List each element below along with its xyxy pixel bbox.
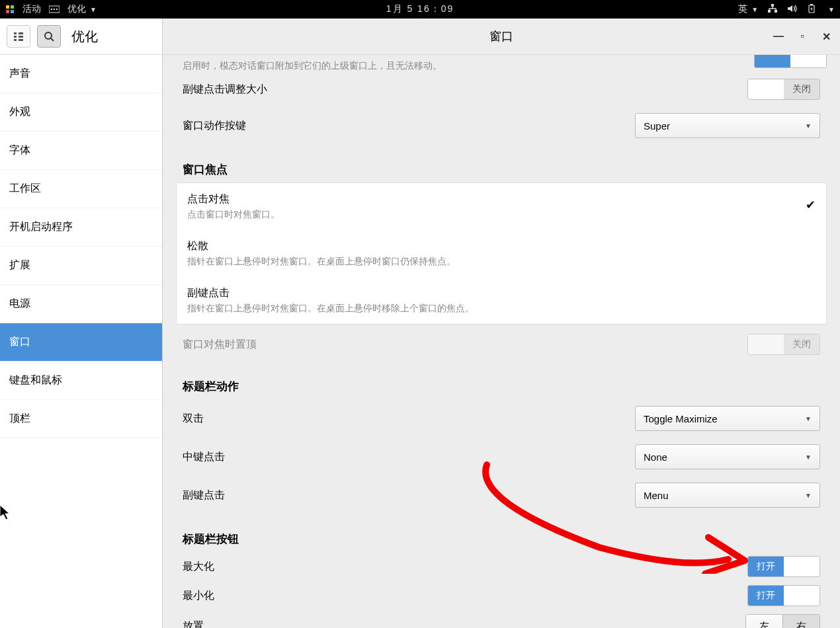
dblclick-label: 双击 [183, 412, 204, 426]
sidebar-item-windows[interactable]: 窗口 [0, 323, 162, 362]
placement-segmented[interactable]: 左 右 [745, 614, 820, 628]
titlebar-btn-section-title: 标题栏按钮 [183, 531, 827, 547]
focus-option-secondary[interactable]: 副键点击 指针在窗口上悬停时对焦窗口。在桌面上悬停时移除上个窗口的焦点。 [177, 277, 826, 324]
svg-point-6 [54, 9, 55, 10]
volume-icon[interactable] [787, 4, 798, 15]
sidebar-header: 优化 [0, 19, 162, 55]
system-menu-arrow[interactable]: ▼ [828, 6, 835, 13]
svg-rect-12 [810, 4, 813, 5]
content-area: 启用时，模态对话窗口附加到它们的上级窗口上，且无法移动。 副键点击调整大小 关闭… [163, 55, 840, 628]
minimize-btn-label: 最小化 [183, 589, 214, 603]
svg-rect-10 [775, 10, 777, 13]
search-button[interactable] [37, 25, 61, 48]
mouse-cursor-icon [0, 505, 12, 521]
system-topbar: 活动 优化 ▼ 1月 5 16：09 英 ▼ ▼ [0, 0, 840, 19]
focus-option-click[interactable]: 点击对焦 点击窗口时对焦窗口。 ✔ [177, 183, 826, 230]
sidebar-item-workspaces[interactable]: 工作区 [0, 170, 162, 208]
secclick-combo[interactable]: Menu▼ [635, 483, 820, 508]
app-name-label[interactable]: 优化 ▼ [67, 3, 97, 15]
svg-point-7 [56, 9, 58, 10]
svg-rect-0 [6, 5, 9, 9]
sidebar-item-startup[interactable]: 开机启动程序 [0, 208, 162, 247]
svg-rect-2 [6, 10, 9, 13]
raise-on-focus-toggle: 关闭 [747, 334, 820, 355]
svg-rect-3 [11, 10, 14, 13]
menu-button[interactable] [7, 25, 30, 48]
svg-rect-15 [14, 39, 17, 41]
svg-line-20 [51, 38, 54, 41]
close-window-button[interactable]: ✕ [820, 30, 832, 42]
midclick-label: 中键点击 [183, 450, 225, 464]
main-title: 窗口 [489, 28, 513, 44]
titlebar-action-section-title: 标题栏动作 [183, 379, 827, 394]
svg-rect-14 [14, 36, 17, 38]
maximize-window-button[interactable]: ▫ [796, 30, 808, 42]
focus-section-title: 窗口焦点 [183, 162, 827, 177]
minimize-btn-toggle[interactable]: 打开 [747, 585, 820, 606]
sidebar-item-extensions[interactable]: 扩展 [0, 247, 162, 285]
ime-indicator[interactable]: 英 ▼ [738, 3, 758, 15]
midclick-combo[interactable]: None▼ [635, 444, 820, 469]
svg-rect-9 [768, 10, 771, 13]
placement-right[interactable]: 右 [782, 615, 819, 628]
sidebar-title: 优化 [71, 28, 98, 46]
resize-secondary-toggle[interactable]: 关闭 [747, 79, 820, 100]
modal-attach-toggle[interactable] [754, 55, 827, 68]
maximize-btn-label: 最大化 [183, 560, 214, 574]
svg-rect-1 [11, 5, 14, 9]
svg-point-19 [45, 32, 52, 39]
sidebar-item-topbar[interactable]: 顶栏 [0, 400, 162, 438]
app-indicator-icon [49, 5, 60, 14]
main-panel: 窗口 — ▫ ✕ 启用时，模态对话窗口附加到它们的上级窗口上，且无法移动。 副键… [163, 19, 840, 628]
app-window: 优化 声音 外观 字体 工作区 开机启动程序 扩展 电源 窗口 键盘和鼠标 顶栏… [0, 19, 840, 628]
sidebar-item-appearance[interactable]: 外观 [0, 93, 162, 132]
check-icon: ✔ [806, 198, 816, 212]
sidebar-item-keyboard[interactable]: 键盘和鼠标 [0, 362, 162, 400]
raise-on-focus-label: 窗口对焦时置顶 [183, 338, 257, 352]
action-key-label: 窗口动作按键 [183, 119, 246, 133]
dblclick-combo[interactable]: Toggle Maximize▼ [635, 406, 820, 431]
sidebar: 优化 声音 外观 字体 工作区 开机启动程序 扩展 电源 窗口 键盘和鼠标 顶栏 [0, 19, 163, 628]
focus-option-sloppy[interactable]: 松散 指针在窗口上悬停时对焦窗口。在桌面上悬停时窗口仍保持焦点。 [177, 230, 826, 277]
action-key-combo[interactable]: Super▼ [635, 113, 820, 138]
modal-attach-desc: 启用时，模态对话窗口附加到它们的上级窗口上，且无法移动。 [183, 60, 827, 72]
svg-point-5 [51, 9, 52, 10]
activities-label[interactable]: 活动 [22, 3, 41, 15]
network-icon[interactable] [767, 4, 778, 15]
sidebar-item-fonts[interactable]: 字体 [0, 132, 162, 170]
focus-mode-list: 点击对焦 点击窗口时对焦窗口。 ✔ 松散 指针在窗口上悬停时对焦窗口。在桌面上悬… [176, 182, 827, 325]
svg-rect-13 [14, 32, 17, 34]
main-header: 窗口 — ▫ ✕ [163, 19, 840, 55]
placement-label: 放置 [183, 619, 204, 628]
clock[interactable]: 1月 5 16：09 [386, 3, 454, 15]
svg-rect-16 [19, 32, 23, 34]
svg-rect-18 [19, 39, 23, 41]
sidebar-item-sound[interactable]: 声音 [0, 55, 162, 93]
activities-icon [5, 5, 15, 14]
svg-rect-17 [19, 36, 23, 38]
placement-left[interactable]: 左 [746, 615, 782, 628]
sidebar-item-power[interactable]: 电源 [0, 285, 162, 323]
maximize-btn-toggle[interactable]: 打开 [747, 556, 820, 577]
battery-icon[interactable] [807, 4, 818, 15]
svg-rect-8 [771, 4, 774, 7]
secclick-label: 副键点击 [183, 489, 225, 502]
minimize-window-button[interactable]: — [773, 30, 784, 42]
resize-secondary-label: 副键点击调整大小 [183, 83, 267, 97]
